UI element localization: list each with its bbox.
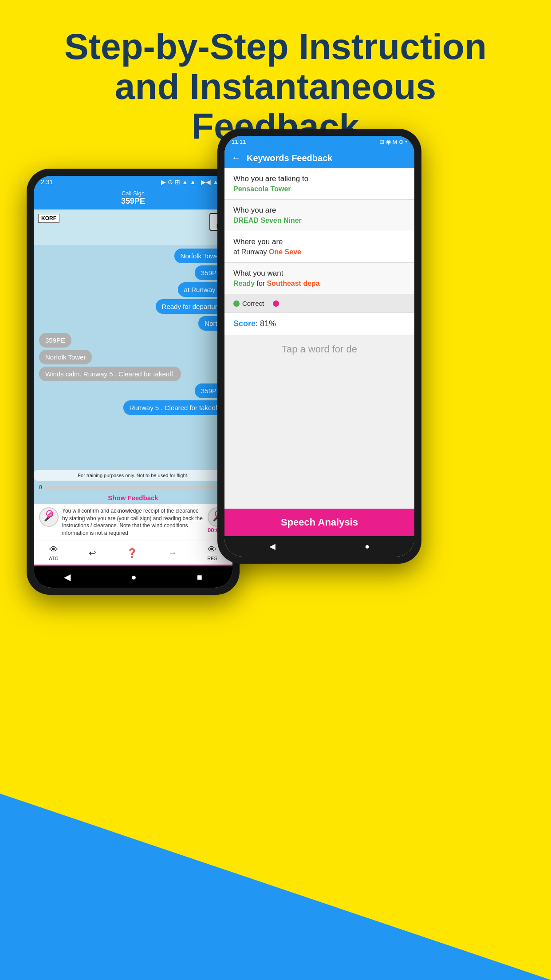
score-area: Score: 81%	[224, 312, 414, 335]
keyword-category-2: Who you are	[233, 206, 405, 215]
legend-row: Correct	[224, 294, 414, 312]
nav-help[interactable]: ❓	[126, 548, 138, 558]
speech-analysis-label: Speech Analysis	[281, 517, 358, 528]
forward-icon: →	[168, 548, 177, 558]
phone-left-screen: 2:31 ▶ ⊙ ⊞ ▲ ▲ ▶◀ ▲ ▊ Call Sign 359PE KO…	[34, 176, 232, 588]
legend-correct: Correct	[233, 300, 264, 307]
phone-right-frame: 11:11 ⊟ ◉ M ⊙ • ← Keywords Feedback Who …	[217, 129, 421, 564]
score-value: : 81%	[256, 319, 276, 328]
keyword-category-3: Where you are	[233, 237, 405, 246]
msg-10: Runway 5 . Cleared for takeoff.	[123, 400, 228, 415]
nav-forward[interactable]: →	[168, 548, 177, 558]
progress-bar[interactable]	[44, 486, 216, 489]
progress-section: 0 100	[34, 482, 232, 492]
score-text: Score: 81%	[233, 319, 276, 328]
android-back-right[interactable]: ◀	[269, 541, 276, 551]
keyword-row-2: Who you are DREAD Seven Niner	[224, 200, 414, 231]
android-nav-left: ◀ ● ■	[34, 566, 232, 588]
phone-right: 11:11 ⊟ ◉ M ⊙ • ← Keywords Feedback Who …	[217, 129, 421, 564]
tap-word-area: Tap a word for de	[224, 335, 414, 364]
phone-left: 2:31 ▶ ⊙ ⊞ ▲ ▲ ▶◀ ▲ ▊ Call Sign 359PE KO…	[27, 169, 240, 595]
keyword-category-4: What you want	[233, 269, 405, 278]
phone-left-frame: 2:31 ▶ ⊙ ⊞ ▲ ▲ ▶◀ ▲ ▊ Call Sign 359PE KO…	[27, 169, 240, 595]
msg-7: Norfolk Tower	[39, 350, 92, 364]
nav-res[interactable]: 👁 RES	[207, 545, 217, 561]
res-label: RES	[207, 556, 217, 561]
keyword-prefix-4: Ready	[233, 280, 256, 287]
help-icon: ❓	[126, 548, 138, 558]
keyword-value-4-mixed: Ready for Southeast depa	[233, 280, 405, 288]
keyword-value-3-mixed: at Runway One Seve	[233, 248, 405, 256]
eye-icon-res: 👁	[208, 545, 216, 555]
android-home[interactable]: ●	[131, 572, 136, 582]
nav-atc[interactable]: 👁 ATC	[49, 545, 58, 561]
show-feedback-section[interactable]: Show Feedback	[34, 492, 232, 504]
headline-line1: Step-by-Step Instruction	[64, 26, 487, 67]
map-area: KORF ↑ N	[34, 209, 232, 245]
keyword-value-2[interactable]: DREAD Seven Niner	[233, 217, 405, 225]
status-icons: ▶ ⊙ ⊞ ▲ ▲ ▶◀ ▲ ▊	[161, 178, 225, 186]
keywords-list: Who you are talking to Pensacola Tower W…	[224, 168, 414, 509]
show-feedback-button[interactable]: Show Feedback	[108, 494, 158, 502]
android-nav-right: ◀ ●	[224, 536, 414, 557]
progress-min: 0	[39, 484, 42, 490]
keyword-row-3: Where you are at Runway One Seve	[224, 231, 414, 263]
msg-4: Ready for departure	[156, 299, 227, 314]
app-header-left: Call Sign 359PE	[34, 188, 232, 209]
score-label: Score	[233, 319, 256, 328]
app-header-right: ← Keywords Feedback	[224, 148, 414, 168]
keyword-for-4: for	[256, 280, 267, 287]
dot-incorrect	[273, 300, 279, 307]
eye-icon-atc: 👁	[49, 545, 58, 555]
mic-icon-left: 🎤 ⊘	[39, 507, 59, 527]
msg-8: Winds calm. Runway 5 . Cleared for takeo…	[39, 367, 181, 381]
keyword-value-3[interactable]: One Seve	[269, 248, 301, 256]
keyword-value-4[interactable]: Southeast depa	[267, 280, 320, 287]
keyword-value-1[interactable]: Pensacola Tower	[233, 185, 405, 193]
status-bar-right: 11:11 ⊟ ◉ M ⊙ •	[224, 136, 414, 148]
keywords-title: Keywords Feedback	[247, 153, 332, 163]
instruction-text: You will confirm and acknowledge receipt…	[62, 507, 204, 537]
android-home-right[interactable]: ●	[365, 542, 370, 551]
chat-area: Norfolk Tower 359PE at Runway 5 Ready fo…	[34, 245, 232, 468]
keyword-category-1: Who you are talking to	[233, 174, 405, 183]
legend-correct-label: Correct	[242, 300, 264, 307]
phone-right-screen: 11:11 ⊟ ◉ M ⊙ • ← Keywords Feedback Who …	[224, 136, 414, 557]
keyword-row-1: Who you are talking to Pensacola Tower	[224, 168, 414, 200]
korf-label: KORF	[38, 214, 59, 223]
back-button[interactable]: ←	[232, 152, 241, 164]
tap-word-text: Tap a word for de	[282, 344, 357, 355]
atc-label: ATC	[49, 556, 58, 561]
time-display-right: 11:11	[232, 138, 246, 145]
dot-correct	[233, 300, 240, 307]
speech-analysis-button[interactable]: Speech Analysis	[224, 509, 414, 536]
bottom-nav-left: 👁 ATC ↩ ❓ → 👁 RES	[34, 541, 232, 565]
back-icon: ↩	[89, 548, 96, 558]
training-notice-text: For training purposes only. Not to be us…	[78, 473, 188, 478]
android-recents[interactable]: ■	[197, 572, 202, 582]
call-sign-label: Call Sign	[37, 190, 229, 197]
keyword-prefix-3: at Runway	[233, 248, 269, 256]
android-back[interactable]: ◀	[64, 572, 71, 582]
instruction-area: 🎤 ⊘ You will confirm and acknowledge rec…	[34, 504, 232, 541]
keyword-row-4: What you want Ready for Southeast depa	[224, 263, 414, 294]
nav-back[interactable]: ↩	[89, 548, 96, 558]
training-notice: For training purposes only. Not to be us…	[34, 470, 232, 481]
status-bar-left: 2:31 ▶ ⊙ ⊞ ▲ ▲ ▶◀ ▲ ▊	[34, 176, 232, 188]
msg-6: 359PE	[39, 333, 71, 348]
legend-incorrect	[273, 300, 279, 307]
call-sign-value: 359PE	[37, 197, 229, 206]
time-display: 2:31	[41, 178, 53, 186]
status-icons-right: ⊟ ◉ M ⊙ •	[379, 138, 407, 145]
